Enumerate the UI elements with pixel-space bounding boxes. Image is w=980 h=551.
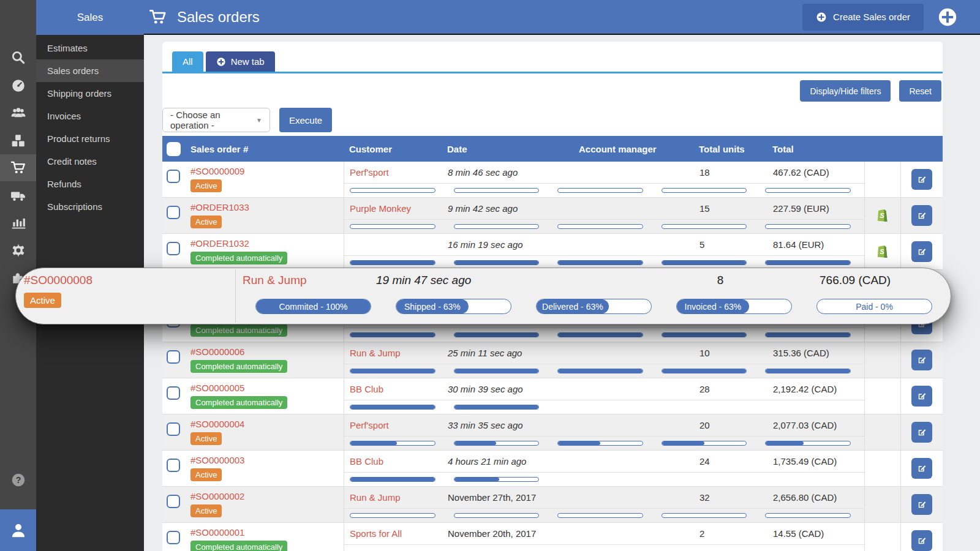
status-badge: Active xyxy=(190,468,222,481)
card-progress-bar: Shipped - 63% xyxy=(396,299,511,314)
edit-button[interactable] xyxy=(911,458,932,479)
page-title: Sales orders xyxy=(177,9,260,26)
select-all-checkbox[interactable] xyxy=(167,142,181,156)
total-units: 10 xyxy=(697,348,772,358)
total-units: 8 xyxy=(702,274,739,287)
sidebar-item-credit-notes[interactable]: Credit notes xyxy=(36,150,144,173)
search-icon[interactable] xyxy=(0,44,36,71)
customer-link[interactable]: Perf'sport xyxy=(344,167,447,178)
dragged-order-card[interactable]: #SO0000008 Active Run & Jump 19 min 47 s… xyxy=(15,268,951,324)
edit-button[interactable] xyxy=(911,422,932,443)
order-total: 2,077.03 (CAD) xyxy=(772,420,865,430)
help-icon[interactable]: ? xyxy=(0,467,36,493)
edit-button[interactable] xyxy=(911,530,932,551)
card-progress-bar: Delivered - 63% xyxy=(536,299,652,314)
table-row: #SO0000002ActiveRun & JumpNovember 27th,… xyxy=(162,487,943,523)
order-link[interactable]: #SO0000006 xyxy=(190,347,344,357)
row-checkbox[interactable] xyxy=(167,386,180,400)
card-divider xyxy=(235,269,236,323)
edit-button[interactable] xyxy=(911,241,932,262)
sidebar-item-refunds[interactable]: Refunds xyxy=(36,173,144,195)
sidebar-item-invoices[interactable]: Invoices xyxy=(36,105,144,127)
order-link[interactable]: #SO0000002 xyxy=(190,491,344,501)
reset-button[interactable]: Reset xyxy=(899,80,941,102)
order-link[interactable]: #SO0000001 xyxy=(190,527,344,538)
edit-button[interactable] xyxy=(911,169,932,190)
progress-bar xyxy=(557,513,643,518)
sales-orders-table: Sales order # Customer Date Account mana… xyxy=(162,136,943,551)
total-units: 18 xyxy=(697,167,772,178)
row-checkbox[interactable] xyxy=(167,495,180,508)
edit-button[interactable] xyxy=(911,205,932,226)
customer-link[interactable]: BB Club xyxy=(344,456,447,467)
table-row: #ORDER1032Completed automatically16 min … xyxy=(162,234,943,270)
col-date: Date xyxy=(446,144,578,154)
total-units: 32 xyxy=(697,492,772,503)
sidebar-item-product-returns[interactable]: Product returns xyxy=(36,127,144,150)
execute-button[interactable]: Execute xyxy=(279,108,332,132)
account-icon[interactable] xyxy=(0,509,36,551)
status-badge: Completed automatically xyxy=(190,396,287,409)
create-sales-order-button[interactable]: Create Sales order xyxy=(802,4,924,31)
progress-bar xyxy=(662,441,747,446)
progress-bar xyxy=(350,224,435,229)
row-checkbox[interactable] xyxy=(167,350,180,364)
progress-bar xyxy=(454,405,540,410)
row-checkbox[interactable] xyxy=(167,206,180,219)
row-checkbox[interactable] xyxy=(167,242,180,255)
tab-new-tab[interactable]: New tab xyxy=(206,51,275,72)
cart-icon xyxy=(149,8,167,26)
operation-select[interactable]: - Choose an operation - ▼ xyxy=(162,108,270,132)
customer-link[interactable]: Perf'sport xyxy=(344,420,447,430)
plus-circle-icon xyxy=(816,12,827,23)
order-link[interactable]: #ORDER1032 xyxy=(190,238,344,249)
shipping-truck-icon[interactable] xyxy=(0,182,36,209)
sidebar-item-subscriptions[interactable]: Subscriptions xyxy=(36,195,144,218)
row-checkbox[interactable] xyxy=(167,459,180,472)
customer-link[interactable]: Run & Jump xyxy=(344,492,447,503)
sidebar-item-shipping-orders[interactable]: Shipping orders xyxy=(36,82,144,105)
tab-all[interactable]: All xyxy=(172,51,203,72)
order-link[interactable]: #SO0000003 xyxy=(190,455,344,465)
customer-link[interactable]: Sports for All xyxy=(344,528,447,539)
progress-bar xyxy=(454,188,540,193)
sidebar-title: Sales xyxy=(36,0,144,35)
customer-link[interactable]: BB Club xyxy=(344,384,447,394)
row-checkbox[interactable] xyxy=(167,170,180,183)
sidebar-item-sales-orders[interactable]: Sales orders xyxy=(36,59,144,82)
row-checkbox[interactable] xyxy=(167,422,180,436)
order-date: 9 min 42 sec ago xyxy=(447,203,578,214)
edit-button[interactable] xyxy=(911,494,932,515)
progress-bar xyxy=(350,188,435,193)
products-icon[interactable] xyxy=(0,127,36,154)
contacts-icon[interactable] xyxy=(0,99,36,126)
edit-button[interactable] xyxy=(911,350,932,370)
progress-bar xyxy=(454,332,540,337)
display-hide-filters-button[interactable]: Display/Hide filters xyxy=(800,80,891,102)
progress-bar xyxy=(557,441,643,446)
order-total: 467.62 (CAD) xyxy=(772,167,865,178)
order-link[interactable]: #SO0000005 xyxy=(190,383,344,393)
dashboard-icon[interactable] xyxy=(0,72,36,99)
progress-bar xyxy=(350,369,435,373)
customer-link[interactable]: Purple Monkey xyxy=(344,203,447,214)
operation-select-value: - Choose an operation - xyxy=(170,110,256,130)
edit-button[interactable] xyxy=(911,386,932,407)
reports-icon[interactable] xyxy=(0,209,36,236)
total-units: 15 xyxy=(697,203,772,214)
progress-bar xyxy=(557,188,643,193)
sales-cart-icon[interactable] xyxy=(0,154,36,181)
row-checkbox[interactable] xyxy=(167,531,180,544)
progress-bar xyxy=(557,332,643,337)
order-link[interactable]: #SO0000009 xyxy=(190,166,344,176)
order-link[interactable]: #ORDER1033 xyxy=(190,202,344,212)
order-total: 14.55 (CAD) xyxy=(772,528,865,539)
customer-link[interactable]: Run & Jump xyxy=(344,348,447,358)
create-sales-order-label: Create Sales order xyxy=(833,12,910,22)
sidebar-item-estimates[interactable]: Estimates xyxy=(36,37,144,59)
settings-gear-icon[interactable] xyxy=(0,237,36,264)
edit-icon xyxy=(916,427,927,438)
card-progress-bar: Invoiced - 63% xyxy=(676,299,792,314)
order-link[interactable]: #SO0000004 xyxy=(190,419,344,429)
quick-add-icon[interactable] xyxy=(937,7,958,28)
